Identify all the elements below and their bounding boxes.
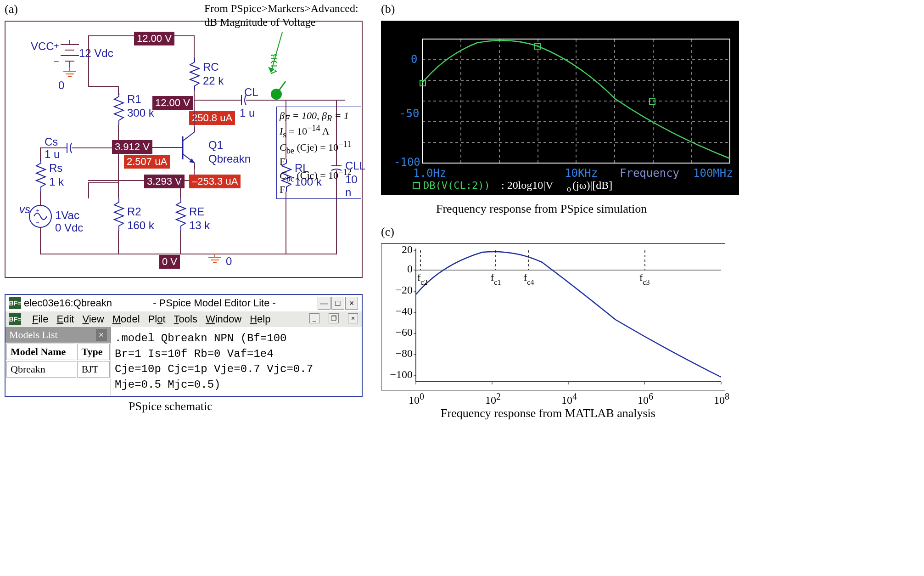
models-col-type[interactable]: Type [77,344,110,360]
svg-text:fc4: fc4 [524,271,534,286]
rc-value: 22 k [203,74,224,87]
cl-label: CL [244,86,258,99]
mdi-minimize-button[interactable]: _ [309,313,319,323]
app-icon: BF= [9,297,21,309]
q1-value: Qbreakn [208,152,251,165]
model-text-l3: Cje=10p Cjc=1p Vje=0.7 Vjc=0.7 [115,361,358,377]
maximize-button[interactable]: □ [331,297,344,310]
svg-text:−100: −100 [390,368,413,380]
menu-window[interactable]: Window [206,313,241,325]
svg-text:(jω)|[dB]: (jω)|[dB] [572,179,612,191]
gnd-0-a: 0 [58,79,64,92]
mdi-restore-button[interactable]: ❐ [329,313,339,323]
current-2508: 250.8 uA [189,111,235,125]
models-col-name[interactable]: Model Name [6,344,76,360]
menu-help[interactable]: Help [250,313,270,325]
marker-annotation-l1: From PSpice>Markers>Advanced: [204,2,358,15]
menu-edit[interactable]: Edit [56,313,74,325]
menu-model[interactable]: Model [112,313,140,325]
xtick-100mhz: 100MHz [693,167,733,180]
matlab-plot: 20 0 −20 −40 −60 −80 −100 [381,243,725,390]
voltage-3293: 3.293 V [144,175,185,188]
model-editor-window: BF= elec03e16:Qbreakn - PSpice Model Edi… [5,294,363,397]
editor-title-left: elec03e16:Qbreakn [24,297,112,309]
matlab-caption: Frequency response from MATLAB analysis [441,407,655,420]
menu-plot[interactable]: Plot [148,313,166,325]
current-2507: 2.507 uA [124,155,170,169]
voltage-0: 0 V [159,255,180,269]
re-value: 13 k [189,219,210,232]
close-button[interactable]: × [345,297,358,310]
bjt-q1-icon [171,127,207,169]
r2-label: R2 [127,205,141,218]
resistor-r1-icon [112,93,125,125]
vcc-value: 12 Vdc [79,47,113,60]
panel-a-label: (a) [5,2,18,16]
legend-raw: DB(V(CL:2)) [423,180,490,191]
pspice-plot: 0 -50 -100 1.0Hz 10KHz Frequency 100MHz … [381,21,739,195]
models-list-title: Models List [9,329,58,341]
svg-rect-56 [650,99,655,104]
editor-titlebar: BF= elec03e16:Qbreakn - PSpice Model Edi… [6,295,362,311]
resistor-re-icon [174,198,187,231]
svg-marker-36 [268,67,274,73]
r2-value: 160 k [127,219,154,232]
minimize-button[interactable]: — [318,297,330,310]
ytick-0: 0 [411,53,417,66]
svg-text:o: o [567,184,571,193]
editor-title-center: - PSpice Model Editor Lite - [112,297,317,309]
matlab-x8: 108 [714,391,729,407]
svg-line-17 [183,132,195,141]
rc-label: RC [203,61,219,73]
editor-menubar: BF= File Edit View Model Plot Tools Wind… [6,311,362,327]
svg-text:fc2: fc2 [417,271,427,286]
svg-text:0: 0 [407,263,413,275]
mdi-close-button[interactable]: × [348,313,358,323]
model-type-cell: BJT [77,361,110,378]
schematic-area: VCC + − 12 Vdc 0 12.00 V RC 22 k R1 300 … [5,21,363,278]
vs-value2: 0 Vdc [55,221,83,234]
matlab-x2: 102 [485,391,501,407]
resistor-rs-icon [34,159,47,192]
svg-rect-57 [413,182,420,189]
svg-text:fc3: fc3 [639,271,650,286]
matlab-x0: 100 [409,391,424,407]
svg-text:−40: −40 [395,305,413,317]
vcc-plus: + [54,41,59,51]
svg-text:−20: −20 [395,284,413,296]
re-label: RE [189,205,204,218]
cap-cs-icon [61,142,79,154]
table-row[interactable]: Qbreakn BJT [6,361,110,378]
ground-icon [62,68,77,79]
vcc-label: VCC [31,40,54,53]
models-list-close-icon[interactable]: × [96,329,107,341]
menu-view[interactable]: View [82,313,104,325]
resistor-r2-icon [112,198,125,231]
xtick-1hz: 1.0Hz [413,167,446,180]
annotation-arrow-icon [257,32,294,78]
rs-value: 1 k [49,175,64,188]
model-name-cell: Qbreakn [6,361,76,378]
ground-icon-bottom [207,254,222,265]
r1-value: 300 k [127,107,154,119]
menu-icon: BF= [9,313,21,325]
model-text-editor[interactable]: .model Qbreakn NPN (Bf=100 Br=1 Is=10f R… [111,327,362,396]
svg-text:+: + [36,207,39,214]
models-list-panel: Models List × Model Name Type Qbreakn BJ… [6,327,111,396]
marker-annotation-l2: dB Magnitude of Voltage [204,16,315,28]
svg-text:20: 20 [402,244,413,255]
vs-value1: 1Vac [55,209,79,222]
r1-label: R1 [127,93,141,106]
current-n2533: –253.3 uA [189,175,241,188]
model-text-l4: Mje=0.5 Mjc=0.5) [115,377,358,393]
q1-label: Q1 [208,139,223,152]
ytick-50: -50 [399,107,419,120]
menu-tools[interactable]: Tools [174,313,197,325]
model-params-box: βF = 100, βR = 1 Is = 10−14 A Cbe (Cje) … [276,107,361,199]
svg-text:−80: −80 [395,347,413,359]
voltage-12-mid: 12.00 V [152,96,193,110]
svg-text:fc1: fc1 [491,271,501,286]
menu-file[interactable]: File [32,313,48,325]
legend-expr: : 20log10|V [501,179,554,191]
model-text-l2: Br=1 Is=10f Rb=0 Vaf=1e4 [115,346,358,362]
